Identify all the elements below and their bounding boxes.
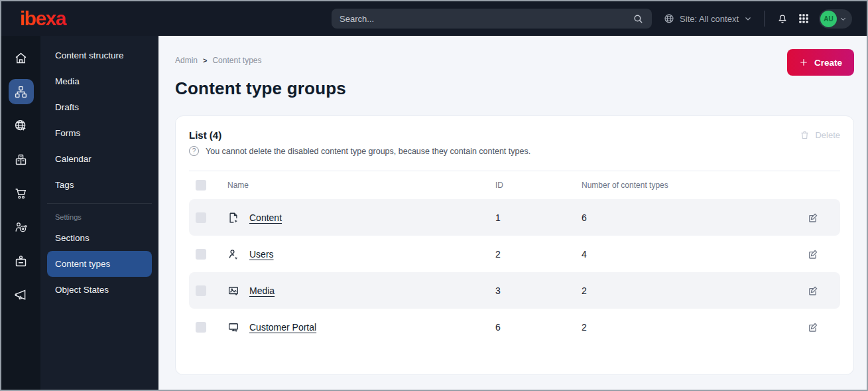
- group-count: 2: [582, 285, 807, 296]
- menu-item-object-states[interactable]: Object States: [47, 277, 152, 303]
- row-checkbox[interactable]: [196, 249, 206, 260]
- rail-content[interactable]: [9, 79, 34, 104]
- home-icon: [14, 51, 28, 65]
- menu-item-label: Media: [55, 76, 80, 86]
- edit-button[interactable]: [807, 212, 834, 224]
- edit-icon: [807, 321, 819, 333]
- breadcrumb-admin[interactable]: Admin: [175, 56, 198, 65]
- user-menu[interactable]: AU: [819, 9, 852, 29]
- global-search[interactable]: [332, 9, 652, 29]
- trash-icon: [800, 130, 810, 140]
- menu-item-label: Forms: [55, 128, 80, 138]
- row-checkbox[interactable]: [196, 322, 206, 333]
- plus-icon: [799, 58, 808, 67]
- menu-item-calendar[interactable]: Calendar: [47, 146, 152, 172]
- table-header-row: Name ID Number of content types: [189, 171, 840, 199]
- edit-button[interactable]: [807, 285, 834, 297]
- menu-item-drafts[interactable]: Drafts: [47, 94, 152, 120]
- content-file-icon: [227, 212, 239, 224]
- list-title: List (4): [189, 129, 221, 141]
- products-icon: [14, 153, 28, 167]
- personalization-icon: [14, 220, 28, 234]
- group-link[interactable]: Customer Portal: [249, 322, 316, 333]
- site-context-label: Site: All context: [680, 14, 739, 24]
- row-checkbox[interactable]: [196, 285, 206, 296]
- table-row: Users 2 4: [189, 236, 840, 272]
- menu-item-label: Calendar: [55, 154, 92, 164]
- edit-button[interactable]: [807, 248, 834, 260]
- breadcrumb-separator: >: [203, 56, 207, 64]
- content-type-groups-table: Name ID Number of content types Content …: [189, 171, 840, 345]
- rail-campaigns[interactable]: [9, 282, 34, 307]
- menu-item-label: Object States: [55, 285, 109, 295]
- group-link[interactable]: Content: [249, 212, 282, 223]
- content-type-groups-card: List (4) Delete ? You cannot delete the …: [175, 116, 854, 375]
- notifications-button[interactable]: [776, 13, 788, 25]
- chevron-down-icon: [839, 15, 847, 23]
- menu-item-content-structure[interactable]: Content structure: [47, 42, 152, 68]
- column-header-name: Name: [227, 181, 495, 190]
- topbar-right: Site: All context AU: [664, 9, 852, 29]
- rail-dashboard[interactable]: [9, 45, 34, 70]
- bell-icon: [776, 13, 788, 25]
- table-row: Customer Portal 6 2: [189, 309, 840, 345]
- main-content: Admin > Content types Create Content typ…: [158, 36, 867, 390]
- app-switcher-button[interactable]: [798, 13, 810, 25]
- breadcrumb-content-types: Content types: [212, 56, 261, 65]
- rail-corporate[interactable]: [9, 248, 34, 274]
- search-input[interactable]: [340, 14, 633, 24]
- menu-section-header: Settings: [47, 208, 152, 225]
- icon-rail: [1, 36, 40, 390]
- topbar: ibexa Site: All context AU: [1, 1, 867, 36]
- menu-divider: [47, 203, 152, 204]
- group-link[interactable]: Users: [249, 249, 274, 260]
- portal-monitor-icon: [227, 321, 239, 333]
- ibexa-logo[interactable]: ibexa: [20, 7, 156, 30]
- menu-item-sections[interactable]: Sections: [47, 225, 152, 251]
- users-person-icon: [227, 248, 239, 260]
- select-all-checkbox[interactable]: [196, 180, 206, 191]
- edit-icon: [807, 248, 819, 260]
- menu-item-content-types[interactable]: Content types: [47, 251, 152, 277]
- menu-item-label: Drafts: [55, 102, 79, 112]
- chevron-down-icon: [744, 15, 752, 23]
- edit-icon: [807, 285, 819, 297]
- group-id: 2: [495, 249, 582, 260]
- campaign-megaphone-icon: [14, 288, 28, 302]
- group-count: 4: [582, 249, 807, 260]
- group-id: 6: [495, 322, 582, 333]
- table-row: Content 1 6: [189, 199, 840, 236]
- avatar: AU: [820, 11, 837, 27]
- menu-item-label: Content types: [55, 259, 110, 269]
- content-tree-icon: [14, 85, 28, 99]
- breadcrumb: Admin > Content types: [175, 56, 262, 65]
- rail-personalization[interactable]: [9, 214, 34, 240]
- delete-button[interactable]: Delete: [800, 130, 840, 140]
- create-button[interactable]: Create: [787, 49, 854, 76]
- rail-site[interactable]: [9, 113, 34, 138]
- edit-button[interactable]: [807, 321, 834, 333]
- menu-item-tags[interactable]: Tags: [47, 172, 152, 198]
- search-icon[interactable]: [633, 13, 644, 25]
- site-globe-icon: [14, 119, 28, 133]
- list-info-text: You cannot delete the disabled content t…: [206, 147, 530, 156]
- column-header-id: ID: [495, 181, 582, 190]
- page-title: Content type groups: [175, 78, 854, 99]
- help-icon[interactable]: ?: [189, 146, 199, 156]
- site-context-selector[interactable]: Site: All context: [664, 13, 752, 24]
- row-checkbox[interactable]: [196, 212, 206, 223]
- group-id: 3: [495, 285, 582, 296]
- corporate-badge-icon: [14, 254, 28, 268]
- rail-products[interactable]: [9, 147, 34, 172]
- menu-item-label: Sections: [55, 233, 90, 243]
- table-row: Media 3 2: [189, 272, 840, 309]
- media-image-icon: [227, 285, 239, 297]
- side-menu: Content structure Media Drafts Forms Cal…: [40, 36, 158, 390]
- menu-item-forms[interactable]: Forms: [47, 120, 152, 146]
- globe-icon: [664, 13, 674, 24]
- create-button-label: Create: [814, 58, 842, 68]
- rail-commerce[interactable]: [9, 181, 34, 206]
- column-header-count: Number of content types: [582, 181, 807, 190]
- menu-item-media[interactable]: Media: [47, 68, 152, 94]
- group-link[interactable]: Media: [249, 285, 275, 296]
